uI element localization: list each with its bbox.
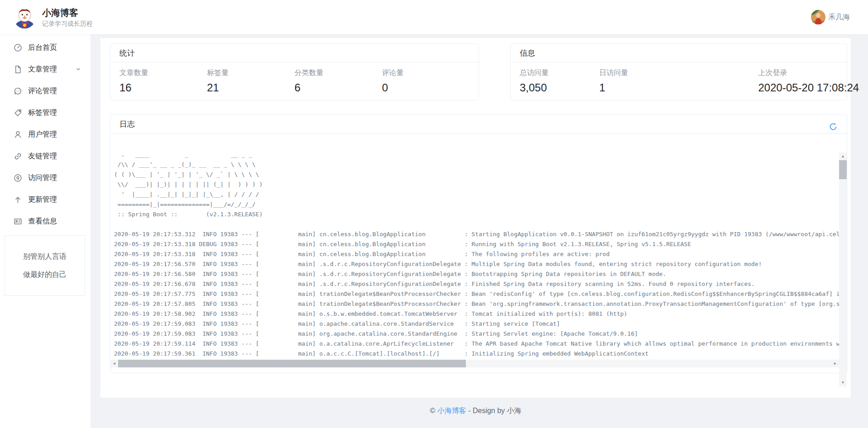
sidebar-item-label: 评论管理 xyxy=(28,86,57,96)
user-icon xyxy=(14,130,22,139)
horizontal-scroll-thumb[interactable] xyxy=(118,360,466,367)
refresh-icon[interactable] xyxy=(829,119,838,128)
chevron-down-icon xyxy=(75,66,81,72)
main-area: 统计 文章数量 16 标签量 21 分类数量 6 xyxy=(90,34,868,428)
scroll-up-arrow[interactable]: ▲ xyxy=(839,152,847,160)
info-card-header: 信息 xyxy=(511,44,847,62)
link-icon xyxy=(14,152,22,161)
sidebar-item-label: 访问管理 xyxy=(28,173,57,183)
sidebar-item-label: 查看信息 xyxy=(28,217,57,226)
stat-comments: 评论量 0 xyxy=(382,68,470,94)
motto-line: 别管别人言语 xyxy=(7,247,82,266)
stat-tags: 标签量 21 xyxy=(207,68,295,94)
footer-brand-link[interactable]: 小海博客 xyxy=(437,407,466,414)
footer-text: - Design by 小海 xyxy=(466,407,522,414)
log-card: 日志 . ____ _ __ _ _ /\\ / ___'_ __ _ _(_)… xyxy=(110,114,847,373)
scroll-down-arrow[interactable]: ▼ xyxy=(839,379,847,386)
stat-last-login: 上次登录 2020-05-20 17:08:24 xyxy=(758,68,838,94)
content-panel: 统计 文章数量 16 标签量 21 分类数量 6 xyxy=(100,38,851,398)
stat-total-visits: 总访问量 3,050 xyxy=(520,68,599,94)
brand-block: 小海博客 记录学习成长历程 xyxy=(42,7,93,28)
page-footer: © 小海博客 - Design by 小海 xyxy=(100,398,851,416)
stat-articles: 文章数量 16 xyxy=(119,68,207,94)
sidebar-item-label: 用户管理 xyxy=(28,130,57,139)
log-body: . ____ _ __ _ _ /\\ / ___'_ __ _ _(_)_ _… xyxy=(110,133,847,367)
app-header: 小海博客 记录学习成长历程 禾几海 xyxy=(0,0,868,34)
user-menu[interactable]: 禾几海 xyxy=(811,10,850,24)
stats-card-title: 统计 xyxy=(119,44,135,62)
sidebar-motto: 别管别人言语 做最好的自己 xyxy=(5,235,85,296)
dashboard-icon xyxy=(14,43,22,52)
sidebar-item-update[interactable]: 更新管理 xyxy=(0,189,90,210)
username: 禾几海 xyxy=(828,13,850,22)
log-card-header: 日志 xyxy=(110,115,847,133)
sidebar-item-visits[interactable]: 访问管理 xyxy=(0,167,90,189)
sidebar-item-articles[interactable]: 文章管理 xyxy=(0,58,90,80)
log-horizontal-scrollbar[interactable]: ◄ ► xyxy=(110,360,839,367)
blog-mascot-logo xyxy=(14,6,36,29)
stats-card-header: 统计 xyxy=(110,44,479,62)
copyright-symbol: © xyxy=(430,407,437,414)
id-card-icon xyxy=(14,217,22,226)
scroll-left-arrow[interactable]: ◄ xyxy=(110,360,118,367)
sidebar-item-comments[interactable]: 评论管理 xyxy=(0,80,90,102)
log-lines: 2020-05-19 20:17:53.312 INFO 19383 --- [… xyxy=(114,229,833,359)
sidebar-item-links[interactable]: 友链管理 xyxy=(0,145,90,167)
tag-icon xyxy=(14,109,22,117)
sidebar-item-dashboard[interactable]: 后台首页 xyxy=(0,37,90,58)
stat-daily-visits: 日访问量 1 xyxy=(599,68,759,94)
log-vertical-scrollbar[interactable]: ▲ ▼ xyxy=(839,152,847,386)
sidebar: 后台首页 文章管理 评论管理 xyxy=(0,34,90,428)
sidebar-item-label: 更新管理 xyxy=(28,195,57,204)
up-arrow-icon xyxy=(14,195,22,204)
vertical-scroll-thumb[interactable] xyxy=(839,160,847,179)
sidebar-item-users[interactable]: 用户管理 xyxy=(0,124,90,145)
sidebar-item-label: 文章管理 xyxy=(28,65,57,74)
document-icon xyxy=(14,65,22,74)
info-card-title: 信息 xyxy=(520,44,535,62)
motto-line: 做最好的自己 xyxy=(7,266,82,284)
compass-icon xyxy=(14,174,22,182)
sidebar-item-label: 后台首页 xyxy=(28,43,57,52)
sidebar-item-tags[interactable]: 标签管理 xyxy=(0,102,90,124)
log-viewport: . ____ _ __ _ _ /\\ / ___'_ __ _ _(_)_ _… xyxy=(110,133,847,360)
sidebar-item-info[interactable]: 查看信息 xyxy=(0,210,90,232)
stat-categories: 分类数量 6 xyxy=(294,68,382,94)
app-subtitle: 记录学习成长历程 xyxy=(42,20,93,28)
scroll-right-arrow[interactable]: ► xyxy=(831,360,839,367)
user-avatar-illustration xyxy=(811,10,825,24)
comment-icon xyxy=(14,87,22,95)
sidebar-item-label: 友链管理 xyxy=(28,152,57,161)
log-card-title: 日志 xyxy=(119,115,135,133)
app-title: 小海博客 xyxy=(42,7,93,19)
sidebar-item-label: 标签管理 xyxy=(28,108,57,118)
info-card: 信息 总访问量 3,050 日访问量 1 上次登录 202 xyxy=(510,43,847,100)
stats-card: 统计 文章数量 16 标签量 21 分类数量 6 xyxy=(110,43,479,100)
spring-boot-banner: . ____ _ __ _ _ /\\ / ___'_ __ _ _(_)_ _… xyxy=(114,150,833,219)
